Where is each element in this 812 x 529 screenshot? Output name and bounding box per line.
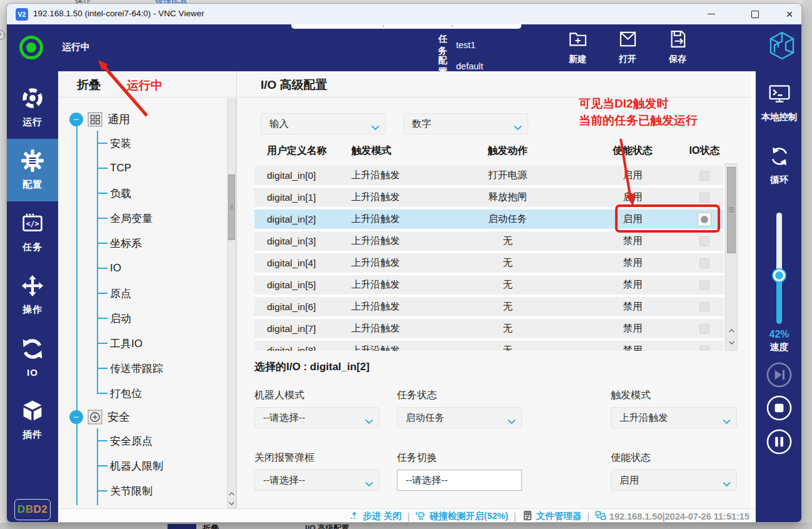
sidebar-item-operate[interactable]: 操作 bbox=[7, 264, 58, 326]
tree-item[interactable]: 安全原点 bbox=[58, 428, 226, 453]
sidebar-item-task[interactable]: </>任务 bbox=[7, 201, 58, 264]
status-item-step[interactable]: 步进 关闭 bbox=[349, 510, 402, 523]
table-row[interactable]: digital_in[7]上升沿触发无禁用 bbox=[254, 319, 723, 338]
collapse-button[interactable]: 折叠 bbox=[77, 77, 101, 93]
collapse-toggle-icon[interactable]: − bbox=[69, 113, 83, 126]
tree-item[interactable]: 原点 bbox=[58, 281, 226, 306]
tree-item[interactable]: 坐标系 bbox=[58, 231, 226, 256]
table-row[interactable]: digital_in[3]上升沿触发无禁用 bbox=[254, 231, 723, 251]
cell-io-state bbox=[686, 213, 723, 226]
status-item-connection[interactable]: 192.168.1.50|2024-07-26 11:51:15 bbox=[595, 510, 749, 523]
io-checkbox[interactable] bbox=[699, 236, 709, 246]
cell-trigger-action: 无 bbox=[436, 300, 579, 313]
sidebar-item-run[interactable]: 运行 bbox=[7, 76, 58, 139]
tree-group-safety[interactable]: −安全 bbox=[58, 406, 226, 428]
pause-button[interactable] bbox=[766, 428, 793, 455]
table-row[interactable]: digital_in[2]上升沿触发启动任务启用 bbox=[254, 209, 723, 229]
tree-item-label: 传送带跟踪 bbox=[58, 361, 163, 376]
badge-letter: D bbox=[18, 503, 26, 516]
enable-state-label: 使能状态 bbox=[611, 451, 737, 465]
scrollbar-thumb[interactable] bbox=[228, 174, 235, 240]
close-alarm-popup-label: 关闭报警弹框 bbox=[254, 451, 379, 465]
cell-enable-state: 禁用 bbox=[579, 278, 686, 291]
tree-item[interactable]: 工具IO bbox=[58, 331, 226, 356]
table-row[interactable]: digital_in[5]上升沿触发无禁用 bbox=[254, 275, 723, 295]
terminal-monitor-icon bbox=[768, 83, 791, 108]
tree-item[interactable]: 关节限制 bbox=[58, 478, 226, 503]
robot-mode-select[interactable]: --请选择-- bbox=[254, 407, 379, 428]
io-checkbox[interactable] bbox=[699, 302, 709, 312]
table-row[interactable]: digital_in[8]上升沿触发无禁用 bbox=[254, 341, 723, 351]
dbd2-badge[interactable]: DBD2 bbox=[14, 499, 51, 520]
io-checkbox[interactable] bbox=[699, 193, 709, 203]
status-item-label: 192.168.1.50|2024-07-26 11:51:15 bbox=[609, 511, 749, 521]
vnc-toolbar-notch[interactable] bbox=[291, 24, 521, 29]
io-checkbox[interactable] bbox=[699, 346, 709, 351]
io-checkbox[interactable] bbox=[699, 280, 709, 290]
slider-track-upper[interactable] bbox=[776, 213, 782, 275]
task-state-select[interactable]: 启动任务 bbox=[397, 407, 522, 428]
sidebar-item-label: IO bbox=[27, 367, 38, 378]
tree-item[interactable]: 传送带跟踪 bbox=[58, 356, 226, 381]
slider-handle[interactable] bbox=[772, 268, 786, 283]
io-type-select[interactable]: 数字 bbox=[403, 113, 528, 134]
tree-item[interactable]: 打包位 bbox=[58, 381, 226, 406]
sidebar-item-io[interactable]: IO bbox=[7, 326, 58, 389]
io-radio-on[interactable] bbox=[698, 213, 711, 226]
cell-trigger-mode: 上升沿触发 bbox=[342, 169, 436, 182]
stop-button[interactable] bbox=[766, 395, 793, 421]
cell-enable-state: 禁用 bbox=[579, 234, 686, 248]
status-item-collision[interactable]: 碰撞检测开启(52%) bbox=[415, 510, 508, 523]
tree-item[interactable]: 安装 bbox=[58, 131, 226, 156]
save-button[interactable]: 保存 bbox=[661, 29, 694, 65]
column-header: 使能状态 bbox=[579, 144, 686, 158]
tree-group-general[interactable]: −通用 bbox=[58, 108, 226, 131]
cell-trigger-mode: 上升沿触发 bbox=[342, 191, 436, 204]
sidebar-item-label: 插件 bbox=[23, 429, 43, 441]
trigger-mode-select[interactable]: 上升沿触发 bbox=[611, 407, 737, 428]
status-item-file-manager[interactable]: 文件管理器 bbox=[522, 510, 582, 523]
tree-item[interactable]: IO bbox=[58, 256, 226, 281]
io-direction-select[interactable]: 输入 bbox=[261, 113, 386, 134]
task-switch-input[interactable]: --请选择-- bbox=[397, 470, 522, 491]
speed-slider[interactable] bbox=[776, 213, 782, 324]
table-row[interactable]: digital_in[0]上升沿触发打开电源启用 bbox=[254, 166, 723, 185]
table-row[interactable]: digital_in[1]上升沿触发释放抱闸启用 bbox=[254, 188, 723, 207]
scroll-down-button[interactable] bbox=[728, 338, 736, 348]
table-row[interactable]: digital_in[4]上升沿触发无禁用 bbox=[254, 253, 723, 273]
cell-enable-state: 禁用 bbox=[579, 322, 686, 335]
io-checkbox[interactable] bbox=[699, 171, 709, 181]
tree-item[interactable]: 启动 bbox=[58, 306, 226, 331]
skip-button[interactable] bbox=[766, 361, 793, 388]
right-panel-item-local-control[interactable]: 本地控制 bbox=[756, 83, 802, 123]
close-button[interactable]: × bbox=[775, 4, 802, 24]
io-checkbox[interactable] bbox=[699, 324, 709, 334]
scroll-up-button[interactable] bbox=[228, 488, 236, 498]
scroll-down-button[interactable] bbox=[228, 498, 236, 508]
title-bar[interactable]: V2 192.168.1.50 (intel-corei7-64:0) - VN… bbox=[7, 4, 801, 24]
table-scrollbar[interactable] bbox=[725, 163, 738, 351]
chevron-down-icon bbox=[365, 416, 373, 421]
minimize-button[interactable] bbox=[697, 4, 726, 24]
sidebar-item-config[interactable]: 配置 bbox=[7, 139, 58, 201]
tree-scrollbar[interactable] bbox=[227, 99, 236, 508]
tree-item[interactable]: 负载 bbox=[58, 181, 226, 206]
tree-item[interactable]: 机器人限制 bbox=[58, 453, 226, 478]
right-panel-item-label: 本地控制 bbox=[761, 111, 798, 123]
scroll-up-button[interactable] bbox=[728, 325, 736, 335]
chevron-down-icon bbox=[723, 416, 731, 421]
tree-item[interactable]: TCP bbox=[58, 156, 226, 181]
scrollbar-thumb[interactable] bbox=[727, 167, 736, 253]
maximize-button[interactable] bbox=[741, 4, 769, 24]
open-button[interactable]: 打开 bbox=[611, 29, 644, 65]
tree-item[interactable]: 全局变量 bbox=[58, 206, 226, 231]
collapse-toggle-icon[interactable]: − bbox=[69, 410, 83, 424]
right-panel-item-loop[interactable]: 循环 bbox=[756, 145, 802, 186]
status-divider: | bbox=[587, 511, 589, 521]
sidebar-item-plugin[interactable]: 插件 bbox=[7, 389, 58, 451]
table-row[interactable]: digital_in[6]上升沿触发无禁用 bbox=[254, 297, 723, 316]
io-checkbox[interactable] bbox=[699, 258, 709, 268]
enable-state-select[interactable]: 启用 bbox=[611, 470, 737, 491]
close-alarm-popup-select[interactable]: --请选择-- bbox=[254, 470, 379, 491]
new-button[interactable]: 新建 bbox=[561, 29, 594, 65]
